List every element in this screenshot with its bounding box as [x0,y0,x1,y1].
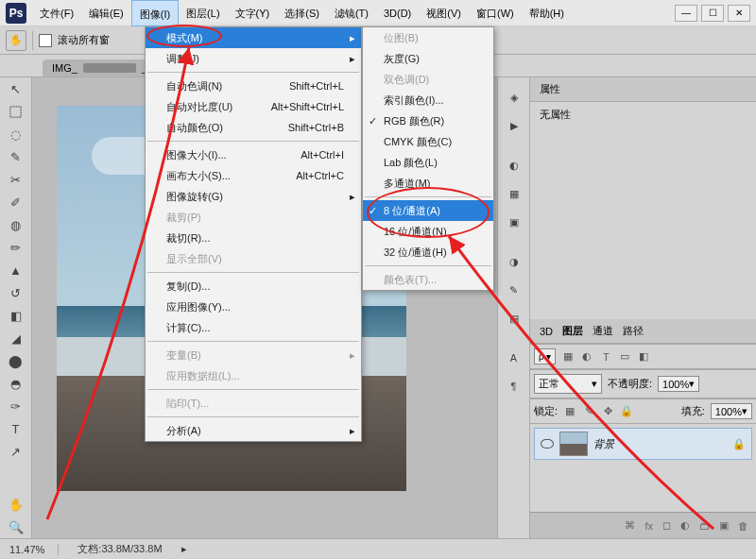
crop-tool[interactable]: ✂ [3,169,29,190]
image-menu-item-9[interactable]: 图像旋转(G)▸ [146,186,361,207]
adjustments-panel-icon[interactable]: ◑ [501,249,527,274]
link-layers-icon[interactable]: ⌘ [625,519,635,532]
maximize-button[interactable]: ☐ [701,5,724,22]
histogram-panel-icon[interactable]: ◈ [501,85,527,110]
image-menu-item-5[interactable]: 自动颜色(O)Shift+Ctrl+B [146,117,361,138]
image-menu-item-3[interactable]: 自动色调(N)Shift+Ctrl+L [146,76,361,96]
swatches-panel-icon[interactable]: ▦ [501,181,527,206]
lock-all-icon[interactable]: 🔒 [620,405,633,418]
minimize-button[interactable]: — [675,5,697,22]
paragraph-panel-icon[interactable]: ¶ [501,374,527,398]
image-menu-item-8[interactable]: 画布大小(S)...Alt+Ctrl+C [146,165,361,186]
filter-adjust-icon[interactable]: ◐ [580,350,593,364]
adjustment-layer-icon[interactable]: ◐ [680,519,690,532]
brush-panel-icon[interactable]: ✎ [501,278,527,302]
mode-submenu-dropdown: 位图(B)灰度(G)双色调(D)索引颜色(I)...✓RGB 颜色(R)CMYK… [362,26,494,291]
layer-thumbnail[interactable] [559,432,588,456]
mode-submenu-item-5[interactable]: CMYK 颜色(C) [363,131,493,152]
menu-filter[interactable]: 滤镜(T) [327,0,376,26]
new-layer-icon[interactable]: ▣ [719,519,729,532]
path-select-tool[interactable]: ↗ [3,441,29,462]
image-menu-item-4[interactable]: 自动对比度(U)Alt+Shift+Ctrl+L [146,96,361,117]
scroll-all-checkbox[interactable] [39,34,52,47]
color-panel-icon[interactable]: ◐ [501,153,527,178]
hand-tool[interactable]: ✋ [3,494,29,515]
filter-pixel-icon[interactable]: ▦ [561,350,575,364]
menu-window[interactable]: 窗口(W) [469,0,522,26]
image-menu-item-15[interactable]: 应用图像(Y)... [146,296,361,317]
tab-paths[interactable]: 路径 [623,324,644,338]
zoom-tool[interactable]: 🔍 [3,517,29,537]
mode-submenu-item-1[interactable]: 灰度(G) [363,48,493,69]
image-menu-item-1[interactable]: 调整(J)▸ [146,48,361,69]
opacity-field[interactable]: 100%▾ [658,376,699,392]
fill-field[interactable]: 100%▾ [711,403,752,419]
filter-shape-icon[interactable]: ▭ [618,350,631,364]
healing-brush-tool[interactable]: ◍ [3,214,29,235]
close-button[interactable]: ✕ [728,5,750,22]
status-arrow-icon[interactable]: ▸ [181,543,187,555]
mode-submenu-item-13: 颜色表(T)... [363,269,493,290]
image-menu-item-18: 变量(B)▸ [146,345,361,365]
filter-smart-icon[interactable]: ◧ [637,350,650,364]
menu-select[interactable]: 选择(S) [277,0,327,26]
blur-tool[interactable]: ⬤ [3,350,29,371]
info-panel-icon[interactable]: ▶ [501,113,527,138]
image-menu-item-14[interactable]: 复制(D)... [146,276,361,296]
eraser-tool[interactable]: ◧ [3,305,29,326]
menu-file[interactable]: 文件(F) [32,0,81,26]
quick-select-tool[interactable]: ✎ [3,146,29,167]
menu-edit[interactable]: 编辑(E) [81,0,131,26]
brush-presets-panel-icon[interactable]: ▤ [501,306,527,330]
lock-transparent-icon[interactable]: ▦ [563,405,576,418]
menu-view[interactable]: 视图(V) [419,0,469,26]
layer-filter-kind[interactable]: ρ ▾ [534,348,556,364]
lock-position-icon[interactable]: ✥ [601,405,614,418]
image-menu-item-16[interactable]: 计算(C)... [146,317,361,338]
fx-icon[interactable]: fx [644,520,653,532]
menu-layer[interactable]: 图层(L) [179,0,227,26]
tab-3d[interactable]: 3D [540,326,553,337]
mode-submenu-item-11[interactable]: 32 位/通道(H) [363,242,493,263]
layer-row-background[interactable]: 背景 🔒 [534,428,752,460]
hand-tool-icon[interactable]: ✋ [6,30,26,51]
move-tool[interactable]: ↖ [3,78,29,99]
mode-submenu-item-7[interactable]: 多通道(M) [363,173,493,194]
properties-panel-header[interactable]: 属性 [530,77,756,102]
eyedropper-tool[interactable]: ✐ [3,192,29,212]
filter-type-icon[interactable]: T [599,350,612,364]
dodge-tool[interactable]: ◓ [3,373,29,394]
mode-submenu-item-6[interactable]: Lab 颜色(L) [363,152,493,173]
pen-tool[interactable]: ✑ [3,396,29,416]
brush-tool[interactable]: ✏ [3,237,29,258]
tab-layers[interactable]: 图层 [562,324,583,338]
group-icon[interactable]: 🗀 [699,520,710,532]
lock-image-icon[interactable]: ✎ [582,405,595,418]
mode-submenu-item-9[interactable]: ✓8 位/通道(A) [363,200,493,221]
mode-submenu-item-10[interactable]: 16 位/通道(N) [363,221,493,242]
image-menu-item-23[interactable]: 分析(A)▸ [146,420,361,441]
marquee-tool[interactable] [3,101,29,122]
clone-stamp-tool[interactable]: ▲ [3,260,29,280]
type-tool[interactable]: T [3,418,29,439]
image-menu-item-11[interactable]: 裁切(R)... [146,228,361,248]
styles-panel-icon[interactable]: ▣ [501,210,527,234]
delete-layer-icon[interactable]: 🗑 [738,520,748,532]
zoom-level[interactable]: 11.47% [9,544,59,555]
blend-mode-dropdown[interactable]: 正常▾ [534,374,602,394]
menu-help[interactable]: 帮助(H) [522,0,572,26]
mask-icon[interactable]: ◻ [662,519,671,532]
menu-3d[interactable]: 3D(D) [376,0,419,26]
gradient-tool[interactable]: ◢ [3,328,29,348]
tab-channels[interactable]: 通道 [593,324,613,338]
image-menu-item-7[interactable]: 图像大小(I)...Alt+Ctrl+I [146,144,361,165]
history-brush-tool[interactable]: ↺ [3,282,29,303]
image-menu-item-0[interactable]: 模式(M)▸ [146,27,361,48]
layer-visibility-icon[interactable] [541,439,554,449]
lasso-tool[interactable]: ◌ [3,124,29,144]
mode-submenu-item-3[interactable]: 索引颜色(I)... [363,90,493,110]
character-panel-icon[interactable]: A [501,346,527,370]
menu-image[interactable]: 图像(I) [131,0,179,26]
menu-type[interactable]: 文字(Y) [228,0,278,26]
mode-submenu-item-4[interactable]: ✓RGB 颜色(R) [363,110,493,131]
